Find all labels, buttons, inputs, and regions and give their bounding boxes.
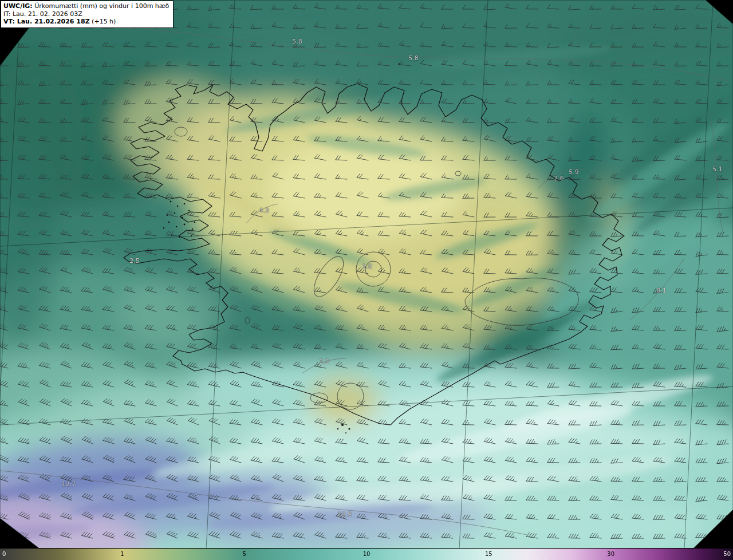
colorbar-tick-label: 15: [485, 551, 492, 557]
colorbar-tick-label: 10: [363, 551, 371, 557]
title-box: UWC/IG: Úrkomumætti (mm) og vindur i 100…: [1, 1, 174, 28]
colorbar-tick-label: 50: [723, 551, 731, 557]
product-description: Úrkomumætti (mm) og vindur i 100m hæð: [33, 2, 170, 10]
title-line-init-time: IT: Lau. 21. 02. 2026 03Z: [3, 10, 169, 18]
precipitation-colorbar: 01510153050: [0, 548, 733, 560]
colorbar-tick-label: 0: [2, 551, 6, 557]
colorbar-tick-label: 5: [242, 551, 246, 557]
weather-map-view: 5.85.85.92.65.14.32.51.08.13.212.712.9 U…: [0, 0, 733, 560]
colorbar-tick-label: 1: [120, 551, 124, 557]
valid-time-offset: (+15 h): [90, 18, 116, 25]
colorbar-tick-label: 30: [607, 551, 614, 557]
product-id: UWC/IG:: [3, 2, 33, 10]
title-line-valid-time: VT: Lau. 21.02.2026 18Z (+15 h): [3, 18, 169, 26]
valid-time: VT: Lau. 21.02.2026 18Z: [3, 18, 90, 25]
title-line-product: UWC/IG: Úrkomumætti (mm) og vindur i 100…: [3, 2, 169, 10]
map-canvas: [0, 0, 733, 560]
